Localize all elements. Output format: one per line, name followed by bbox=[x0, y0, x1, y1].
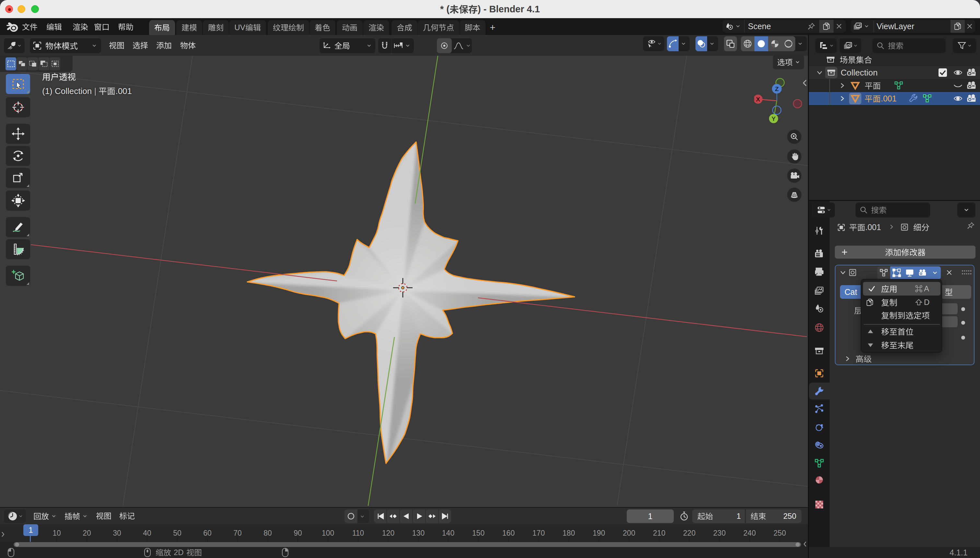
svg-text:220: 220 bbox=[683, 529, 696, 537]
svg-text:30: 30 bbox=[113, 529, 121, 537]
svg-text:170: 170 bbox=[532, 529, 545, 537]
svg-text:140: 140 bbox=[442, 529, 454, 537]
svg-text:160: 160 bbox=[502, 529, 515, 537]
svg-text:60: 60 bbox=[203, 529, 212, 537]
svg-text:230: 230 bbox=[713, 529, 726, 537]
svg-text:190: 190 bbox=[593, 529, 605, 537]
svg-text:40: 40 bbox=[143, 529, 151, 537]
svg-text:120: 120 bbox=[382, 529, 394, 537]
svg-text:70: 70 bbox=[233, 529, 242, 537]
svg-text:Z: Z bbox=[775, 85, 779, 92]
svg-text:130: 130 bbox=[412, 529, 425, 537]
svg-text:250: 250 bbox=[773, 529, 786, 537]
svg-text:110: 110 bbox=[352, 529, 364, 537]
svg-text:50: 50 bbox=[173, 529, 182, 537]
svg-text:200: 200 bbox=[623, 529, 635, 537]
svg-text:180: 180 bbox=[563, 529, 575, 537]
svg-text:210: 210 bbox=[653, 529, 665, 537]
svg-text:X: X bbox=[756, 96, 760, 103]
svg-text:Y: Y bbox=[772, 115, 776, 122]
svg-text:20: 20 bbox=[83, 529, 91, 537]
svg-text:240: 240 bbox=[744, 529, 756, 537]
svg-text:100: 100 bbox=[322, 529, 334, 537]
svg-text:80: 80 bbox=[263, 529, 272, 537]
svg-text:150: 150 bbox=[472, 529, 484, 537]
svg-text:10: 10 bbox=[53, 529, 61, 537]
svg-text:90: 90 bbox=[294, 529, 302, 537]
